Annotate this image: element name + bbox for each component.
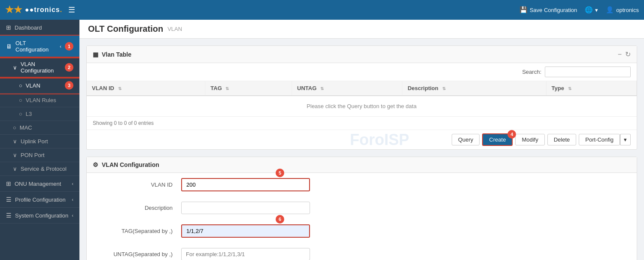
- port-config-group[interactable]: Port-Config ▾: [579, 134, 631, 145]
- sidebar-item-label: ONU Management: [15, 181, 61, 187]
- lang-arrow: ▾: [595, 7, 598, 13]
- table-icon: ▦: [93, 51, 98, 58]
- sort-icon-desc[interactable]: ⇅: [442, 86, 446, 91]
- sidebar-item-uplink-port[interactable]: ∨ Uplink Port: [0, 135, 79, 148]
- profile-icon: ☰: [6, 196, 12, 203]
- sort-icon-vlan-id[interactable]: ⇅: [118, 86, 122, 91]
- onu-arrow: ‹: [72, 181, 73, 186]
- sidebar-item-vlan-rules[interactable]: ○ VLAN Rules: [0, 94, 79, 107]
- untag-input[interactable]: [181, 248, 310, 260]
- no-data-message: Please click the Query button to get the…: [87, 96, 637, 117]
- vlan-config-header: ⚙ VLAN Configuration: [87, 157, 637, 173]
- badge-2: 2: [65, 63, 73, 72]
- mac-icon: ○: [13, 124, 16, 131]
- page-subtitle: VLAN: [167, 26, 182, 32]
- sort-icon-untag[interactable]: ⇅: [320, 86, 324, 91]
- query-button[interactable]: Query: [452, 134, 480, 145]
- logo: ★★ ●●tronics.: [5, 4, 62, 15]
- sidebar-item-olt-config[interactable]: 🖥 OLT Configuration ‹ 1: [0, 36, 79, 57]
- sidebar-item-label: Service & Protocol: [21, 166, 67, 172]
- badge-3: 3: [65, 81, 73, 90]
- col-tag: TAG ⇅: [205, 81, 292, 96]
- table-header: VLAN ID ⇅ TAG ⇅ UNTAG ⇅: [87, 81, 637, 96]
- user-icon: 👤: [606, 6, 614, 14]
- description-input[interactable]: [181, 202, 310, 214]
- tag-row: TAG(Separated by ,) 6: [87, 219, 637, 243]
- create-button[interactable]: Create 4: [482, 133, 513, 146]
- sidebar-item-label: VLAN Rules: [26, 97, 56, 103]
- vlan-table-title: Vlan Table: [102, 51, 131, 58]
- minimize-btn[interactable]: −: [618, 50, 622, 58]
- sidebar-item-label: OLT Configuration: [15, 40, 56, 53]
- hamburger-icon[interactable]: ☰: [68, 5, 75, 15]
- olt-icon: 🖥: [6, 43, 12, 50]
- sidebar-item-service-protocol[interactable]: ∨ Service & Protocol: [0, 162, 79, 176]
- vlan-config-title-area: ⚙ VLAN Configuration: [93, 161, 159, 168]
- sidebar-item-system-config[interactable]: ☰ System Configuration ‹: [0, 208, 79, 224]
- vlan-table-header: ▦ Vlan Table − ↻: [87, 46, 637, 63]
- language-selector[interactable]: 🌐 ▾: [585, 6, 598, 14]
- search-input[interactable]: [545, 67, 631, 77]
- tag-input[interactable]: [181, 224, 310, 238]
- vlan-table-card: ▦ Vlan Table − ↻ Search:: [86, 45, 637, 150]
- sidebar-item-label: MAC: [20, 124, 32, 131]
- config-icon: ⚙: [93, 161, 98, 168]
- vlan-id-input[interactable]: [181, 178, 310, 191]
- sidebar-item-vlan[interactable]: ○ VLAN 3: [0, 78, 79, 94]
- description-row: Description: [87, 197, 637, 219]
- main-content: ForoISP OLT Configuration VLAN ▦ Vlan Ta…: [79, 20, 644, 260]
- vlan-id-row: VLAN ID 5: [87, 173, 637, 197]
- search-label: Search:: [522, 69, 541, 75]
- port-config-button[interactable]: Port-Config: [579, 134, 620, 145]
- badge-6: 6: [276, 215, 284, 224]
- save-config-label: Save Configuration: [530, 7, 577, 13]
- col-untag: UNTAG ⇅: [292, 81, 402, 96]
- sidebar-item-pon-port[interactable]: ∨ PON Port: [0, 148, 79, 162]
- refresh-btn[interactable]: ↻: [625, 50, 631, 58]
- pon-icon: ∨: [13, 152, 17, 158]
- globe-icon: 🌐: [585, 6, 593, 14]
- vlan-config-title: VLAN Configuration: [102, 161, 159, 168]
- nav-left: ★★ ●●tronics. ☰: [5, 4, 75, 15]
- port-config-dropdown[interactable]: ▾: [620, 134, 631, 145]
- vlan-config-card: ⚙ VLAN Configuration VLAN ID 5 Descripti…: [86, 157, 637, 260]
- nav-right: 💾 Save Configuration 🌐 ▾ 👤 optronics: [519, 6, 639, 14]
- showing-text: Showing 0 to 0 of 0 entries: [87, 117, 637, 130]
- sidebar-item-label: Uplink Port: [21, 138, 48, 145]
- no-data-row: Please click the Query button to get the…: [87, 96, 637, 117]
- vlan-table-controls[interactable]: − ↻: [618, 50, 631, 58]
- col-vlan-id: VLAN ID ⇅: [87, 81, 205, 96]
- delete-button[interactable]: Delete: [547, 134, 577, 145]
- vlan-table: VLAN ID ⇅ TAG ⇅ UNTAG ⇅: [87, 81, 637, 117]
- vlan-rules-icon: ○: [19, 97, 22, 103]
- top-navbar: ★★ ●●tronics. ☰ 💾 Save Configuration 🌐 ▾…: [0, 0, 644, 20]
- profile-arrow: ‹: [72, 197, 73, 202]
- sidebar-item-label: PON Port: [21, 152, 45, 158]
- sidebar-item-label: System Configuration: [15, 212, 68, 219]
- dashboard-icon: ⊞: [6, 24, 11, 31]
- system-arrow: ‹: [72, 213, 73, 218]
- search-row: Search:: [87, 63, 637, 81]
- vlan-config-icon: ∨: [13, 64, 17, 71]
- sidebar-item-l3[interactable]: ○ L3: [0, 107, 79, 121]
- sidebar-item-dashboard[interactable]: ⊞ Dashboard: [0, 20, 79, 36]
- user-name: optronics: [616, 7, 639, 13]
- olt-arrow: ‹: [60, 44, 61, 49]
- system-icon: ☰: [6, 212, 12, 219]
- sidebar-item-vlan-config[interactable]: ∨ VLAN Configuration 2: [0, 57, 79, 78]
- untag-row: UNTAG(Separated by ,): [87, 243, 637, 260]
- badge-1: 1: [65, 42, 73, 51]
- save-config-btn[interactable]: 💾 Save Configuration: [519, 6, 577, 14]
- sort-icon-tag[interactable]: ⇅: [225, 86, 229, 91]
- vlan-table-title-area: ▦ Vlan Table: [93, 51, 131, 58]
- table-body: Please click the Query button to get the…: [87, 96, 637, 117]
- save-icon: 💾: [519, 6, 528, 14]
- sort-icon-type[interactable]: ⇅: [568, 86, 571, 91]
- modify-button[interactable]: Modify: [515, 134, 544, 145]
- sidebar-item-profile-config[interactable]: ☰ Profile Configuration ‹: [0, 192, 79, 208]
- page-header: OLT Configuration VLAN: [79, 20, 644, 39]
- sidebar: ⊞ Dashboard 🖥 OLT Configuration ‹ 1 ∨ VL…: [0, 20, 79, 260]
- sidebar-item-onu-management[interactable]: ⊞ ONU Management ‹: [0, 176, 79, 192]
- sidebar-item-mac[interactable]: ○ MAC: [0, 121, 79, 135]
- user-menu[interactable]: 👤 optronics: [606, 6, 639, 14]
